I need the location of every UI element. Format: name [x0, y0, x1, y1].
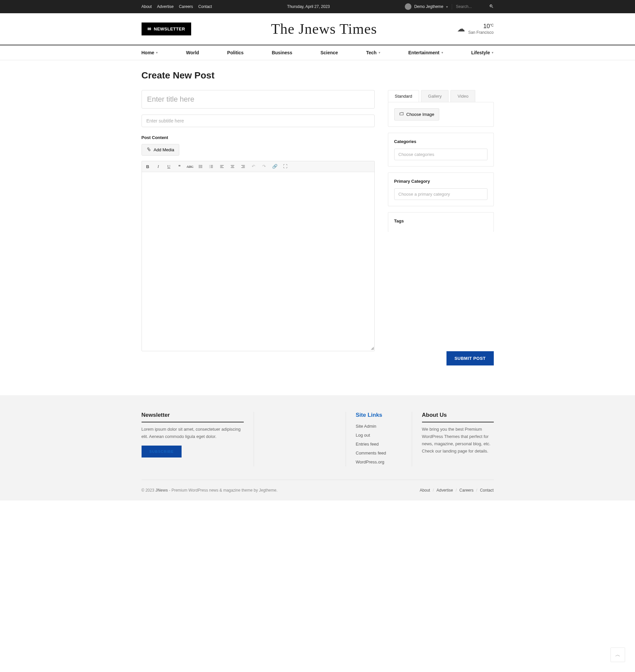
- post-content-label: Post Content: [141, 135, 375, 140]
- svg-rect-14: [220, 165, 224, 166]
- svg-point-2: [199, 165, 199, 166]
- svg-point-6: [199, 167, 199, 168]
- undo-button[interactable]: ↶: [250, 163, 257, 170]
- weather-location: San Francisco: [468, 30, 494, 36]
- nav-item-politics[interactable]: Politics: [227, 45, 244, 60]
- resize-handle[interactable]: ◢: [371, 345, 374, 350]
- post-title-input[interactable]: [141, 90, 375, 109]
- add-media-button[interactable]: Add Media: [141, 144, 179, 155]
- align-center-button[interactable]: [229, 163, 236, 170]
- footer-sitelinks: Site Links Site AdminLog outEntries feed…: [346, 412, 412, 466]
- nav-item-home[interactable]: Home▾: [141, 45, 158, 60]
- align-left-button[interactable]: [219, 163, 225, 170]
- user-name: Demo Jegtheme: [414, 4, 443, 9]
- svg-rect-7: [200, 168, 202, 168]
- svg-point-0: [147, 148, 149, 149]
- strikethrough-button[interactable]: ABC: [187, 163, 194, 170]
- topbar-date: Thursday, April 27, 2023: [212, 4, 405, 9]
- redo-button[interactable]: ↷: [261, 163, 267, 170]
- site-logo[interactable]: The Jnews Times: [271, 21, 377, 37]
- svg-text:3: 3: [209, 167, 210, 168]
- footer-newsletter-text: Lorem ipsum dolor sit amet, consectetuer…: [141, 426, 244, 440]
- footer-about-heading: About Us: [422, 412, 494, 422]
- header: ✉ NEWSLETTER The Jnews Times ☁ 10°C San …: [141, 13, 494, 45]
- footer-newsletter-heading: Newsletter: [141, 412, 244, 422]
- tab-standard[interactable]: Standard: [388, 90, 419, 102]
- submit-post-button[interactable]: SUBMIT POST: [446, 351, 494, 365]
- subscribe-button[interactable]: SUBSCRIBE: [141, 445, 182, 458]
- envelope-icon: ✉: [148, 26, 152, 31]
- footer-bottom-links: About/Advertise/Careers/Contact: [420, 488, 494, 492]
- fullscreen-button[interactable]: ⛶: [282, 163, 289, 170]
- quote-button[interactable]: ❝: [176, 163, 183, 170]
- primary-category-input[interactable]: [394, 188, 487, 200]
- footer-bottom-link[interactable]: Advertise: [437, 488, 453, 492]
- weather-unit: °C: [490, 23, 494, 27]
- tab-gallery[interactable]: Gallery: [421, 90, 448, 102]
- footer-link[interactable]: WordPress.org: [356, 458, 402, 466]
- footer-link[interactable]: Site Admin: [356, 422, 402, 431]
- footer-about-text: We bring you the best Premium WordPress …: [422, 426, 494, 455]
- tab-video[interactable]: Video: [451, 90, 475, 102]
- search-icon[interactable]: [489, 4, 494, 9]
- link-button[interactable]: 🔗: [271, 163, 278, 170]
- footer-vendor-link[interactable]: Jegtheme: [259, 488, 277, 492]
- editor-body[interactable]: ◢: [142, 172, 374, 351]
- footer-link[interactable]: Log out: [356, 431, 402, 440]
- svg-rect-18: [231, 166, 234, 167]
- nav-item-world[interactable]: World: [186, 45, 199, 60]
- search-wrap: [452, 4, 494, 9]
- svg-rect-9: [210, 165, 213, 166]
- nav-item-business[interactable]: Business: [272, 45, 292, 60]
- italic-button[interactable]: I: [155, 163, 162, 170]
- choose-image-label: Choose Image: [407, 112, 435, 117]
- footer-link[interactable]: Entries feed: [356, 440, 402, 448]
- svg-rect-3: [200, 165, 202, 166]
- footer-link[interactable]: Comments feed: [356, 448, 402, 458]
- svg-rect-19: [231, 168, 234, 168]
- nav-item-lifestyle[interactable]: Lifestyle▾: [471, 45, 494, 60]
- footer-copyright: © 2023 JNews - Premium WordPress news & …: [141, 488, 278, 492]
- search-input[interactable]: [456, 4, 489, 9]
- nav-item-entertainment[interactable]: Entertainment▾: [409, 45, 443, 60]
- footer-sitelinks-heading: Site Links: [356, 412, 402, 418]
- chevron-down-icon: ▾: [492, 51, 494, 54]
- primary-category-panel: Primary Category: [388, 172, 494, 206]
- chevron-down-icon: ▾: [379, 51, 380, 54]
- svg-point-1: [149, 149, 150, 151]
- align-right-button[interactable]: [240, 163, 246, 170]
- tags-panel: Tags: [388, 212, 494, 232]
- newsletter-button[interactable]: ✉ NEWSLETTER: [141, 22, 191, 36]
- svg-rect-17: [231, 165, 234, 166]
- topbar-link-contact[interactable]: Contact: [198, 4, 212, 9]
- post-subtitle-input[interactable]: [141, 114, 375, 127]
- chevron-down-icon: ▾: [441, 51, 443, 54]
- weather-widget: ☁ 10°C San Francisco: [457, 22, 494, 36]
- avatar: [405, 3, 411, 10]
- categories-input[interactable]: [394, 149, 487, 160]
- nav-item-science[interactable]: Science: [321, 45, 338, 60]
- footer: Newsletter Lorem ipsum dolor sit amet, c…: [0, 395, 635, 501]
- svg-rect-15: [220, 166, 222, 167]
- chevron-down-icon: ▾: [156, 51, 158, 54]
- page-title: Create New Post: [141, 70, 494, 81]
- svg-rect-11: [210, 166, 213, 167]
- topbar-link-advertise[interactable]: Advertise: [157, 4, 174, 9]
- footer-bottom-link[interactable]: Contact: [480, 488, 494, 492]
- bullet-list-button[interactable]: [197, 163, 204, 170]
- footer-bottom-link[interactable]: Careers: [459, 488, 474, 492]
- image-panel: Choose Image: [388, 102, 494, 127]
- editor: B I U ❝ ABC 123: [141, 161, 375, 351]
- underline-button[interactable]: U: [166, 163, 172, 170]
- choose-image-button[interactable]: Choose Image: [394, 108, 440, 121]
- topbar-link-about[interactable]: About: [141, 4, 152, 9]
- primary-category-label: Primary Category: [394, 179, 487, 184]
- topbar-link-careers[interactable]: Careers: [179, 4, 193, 9]
- ordered-list-button[interactable]: 123: [208, 163, 215, 170]
- user-menu[interactable]: Demo Jegtheme ▾: [405, 3, 447, 10]
- bold-button[interactable]: B: [145, 163, 151, 170]
- footer-bottom-link[interactable]: About: [420, 488, 430, 492]
- svg-rect-13: [210, 168, 213, 168]
- nav-item-tech[interactable]: Tech▾: [366, 45, 380, 60]
- categories-panel: Categories: [388, 133, 494, 167]
